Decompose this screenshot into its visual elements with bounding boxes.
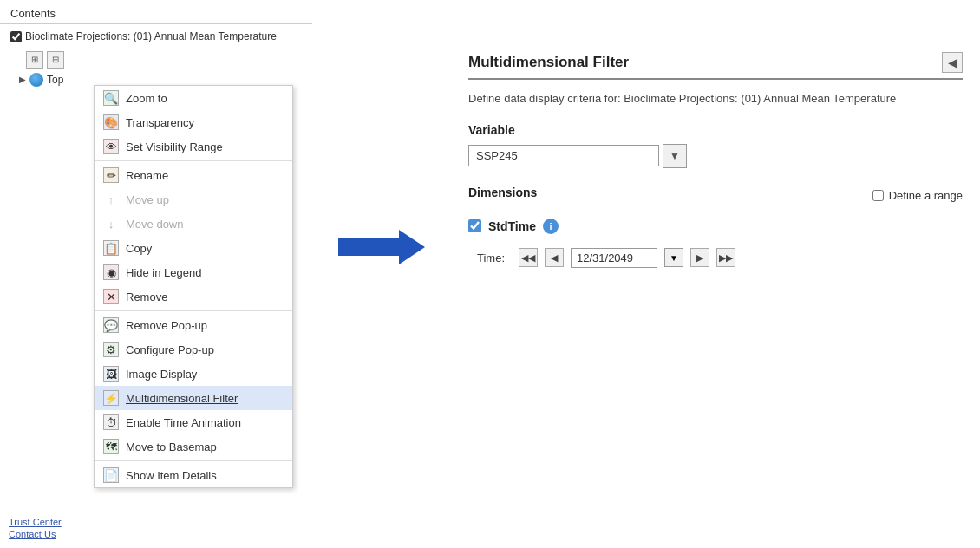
menu-item-move-down: ↓ Move down [95, 212, 292, 236]
menu-label-copy: Copy [126, 242, 152, 255]
toolbar-btn-2[interactable]: ⊟ [47, 51, 64, 68]
copy-icon: 📋 [103, 240, 119, 256]
arrow-svg [338, 225, 425, 269]
menu-label-remove: Remove [126, 290, 167, 303]
remove-popup-icon: 💬 [103, 317, 119, 333]
menu-item-configure-popup[interactable]: ⚙ Configure Pop-up [95, 337, 292, 362]
menu-label-transparency: Transparency [126, 116, 194, 129]
treeview-label: Top [47, 74, 63, 86]
menu-label-rename: Rename [126, 169, 168, 182]
contact-us-link[interactable]: Contact Us [9, 529, 62, 539]
svg-marker-0 [338, 230, 425, 264]
define-range-label: Define a range [889, 189, 963, 202]
zoom-icon: 🔍 [103, 90, 119, 106]
filter-back-button[interactable]: ◀ [942, 52, 963, 73]
filter-description: Define data display criteria for: Biocli… [468, 90, 963, 108]
left-panel: Contents Bioclimate Projections: (01) An… [0, 0, 312, 548]
menu-label-show-item-details: Show Item Details [126, 469, 217, 482]
stdtime-label: StdTime [488, 219, 536, 233]
time-prev-btn[interactable]: ◀ [545, 248, 564, 267]
dimensions-header: Dimensions Define a range [468, 186, 963, 206]
menu-item-show-item-details[interactable]: 📄 Show Item Details [95, 463, 292, 487]
menu-item-move-basemap[interactable]: 🗺 Move to Basemap [95, 434, 292, 459]
menu-label-move-up: Move up [126, 193, 169, 206]
stdtime-info-icon[interactable]: i [543, 219, 559, 234]
configure-popup-icon: ⚙ [103, 342, 119, 357]
image-display-icon: 🖼 [103, 366, 119, 382]
filter-header: Multidimensional Filter ◀ [468, 52, 963, 80]
menu-label-enable-animation: Enable Time Animation [126, 416, 241, 429]
menu-item-hide-legend[interactable]: ◉ Hide in Legend [95, 260, 292, 284]
time-label: Time: [477, 251, 512, 264]
move-up-icon: ↑ [103, 192, 119, 207]
menu-label-multidimensional-filter: Multidimensional Filter [126, 392, 238, 405]
variable-row: ▼ [468, 144, 963, 168]
hide-icon: ◉ [103, 264, 119, 280]
menu-item-visibility-range[interactable]: 👁 Set Visibility Range [95, 134, 292, 159]
move-down-icon: ↓ [103, 216, 119, 232]
toolbar-icons: ⊞ ⊟ [0, 49, 312, 70]
animation-icon: ⏱ [103, 414, 119, 430]
visibility-icon: 👁 [103, 139, 119, 154]
tree-arrow: ▶ [19, 75, 26, 84]
define-range-row: Define a range [872, 189, 963, 202]
dimensions-section-label: Dimensions [468, 186, 537, 199]
menu-item-remove-popup[interactable]: 💬 Remove Pop-up [95, 313, 292, 337]
layer-item: Bioclimate Projections: (01) Annual Mean… [0, 24, 312, 49]
menu-item-rename[interactable]: ✏ Rename [95, 163, 292, 187]
time-date-dropdown-btn[interactable]: ▼ [664, 248, 683, 267]
time-row: Time: ◀◀ ◀ ▼ ▶ ▶▶ [468, 248, 963, 268]
menu-label-move-down: Move down [126, 218, 183, 231]
divider-3 [95, 460, 292, 461]
menu-item-multidimensional-filter[interactable]: ⚡ Multidimensional Filter [95, 386, 292, 410]
menu-item-transparency[interactable]: 🎨 Transparency [95, 110, 292, 134]
menu-label-visibility-range: Set Visibility Range [126, 140, 223, 153]
time-first-btn[interactable]: ◀◀ [519, 248, 538, 267]
menu-item-zoom-to[interactable]: 🔍 Zoom to [95, 86, 292, 110]
time-date-input[interactable] [571, 248, 657, 268]
menu-item-remove[interactable]: ✕ Remove [95, 284, 292, 309]
divider-2 [95, 310, 292, 311]
trust-center-link[interactable]: Trust Center [9, 517, 62, 527]
menu-label-configure-popup: Configure Pop-up [126, 343, 214, 356]
rename-icon: ✏ [103, 167, 119, 183]
bottom-links: Trust Center Contact Us [9, 517, 62, 539]
define-range-checkbox[interactable] [872, 190, 884, 201]
remove-icon: ✕ [103, 289, 119, 304]
variable-input[interactable] [468, 145, 659, 166]
transparency-icon: 🎨 [103, 114, 119, 130]
arrow-area [330, 225, 434, 269]
menu-item-move-up: ↑ Move up [95, 187, 292, 212]
stdtime-checkbox[interactable] [468, 219, 481, 232]
menu-item-copy[interactable]: 📋 Copy [95, 236, 292, 260]
globe-icon [29, 73, 43, 87]
showdetails-icon: 📄 [103, 467, 119, 483]
variable-section-label: Variable [468, 123, 963, 137]
contents-header: Contents [0, 0, 312, 24]
menu-label-zoom-to: Zoom to [126, 92, 167, 105]
context-menu: 🔍 Zoom to 🎨 Transparency 👁 Set Visibilit… [94, 85, 293, 488]
divider-1 [95, 160, 292, 161]
toolbar-btn-1[interactable]: ⊞ [26, 51, 43, 68]
variable-dropdown-button[interactable]: ▼ [663, 144, 687, 168]
contents-title: Contents [10, 7, 56, 20]
layer-label: Bioclimate Projections: (01) Annual Mean… [25, 29, 277, 44]
menu-label-remove-popup: Remove Pop-up [126, 319, 207, 332]
time-last-btn[interactable]: ▶▶ [716, 248, 735, 267]
right-panel: Multidimensional Filter ◀ Define data di… [468, 52, 963, 268]
menu-item-image-display[interactable]: 🖼 Image Display [95, 362, 292, 386]
layer-checkbox[interactable] [10, 31, 22, 42]
menu-item-enable-animation[interactable]: ⏱ Enable Time Animation [95, 410, 292, 434]
filter-title: Multidimensional Filter [468, 54, 629, 71]
basemap-icon: 🗺 [103, 439, 119, 454]
time-next-btn[interactable]: ▶ [690, 248, 709, 267]
stdtime-row: StdTime i [468, 219, 963, 234]
menu-label-hide-legend: Hide in Legend [126, 266, 201, 279]
menu-label-move-basemap: Move to Basemap [126, 440, 217, 453]
multifilter-icon: ⚡ [103, 390, 119, 406]
menu-label-image-display: Image Display [126, 368, 197, 381]
